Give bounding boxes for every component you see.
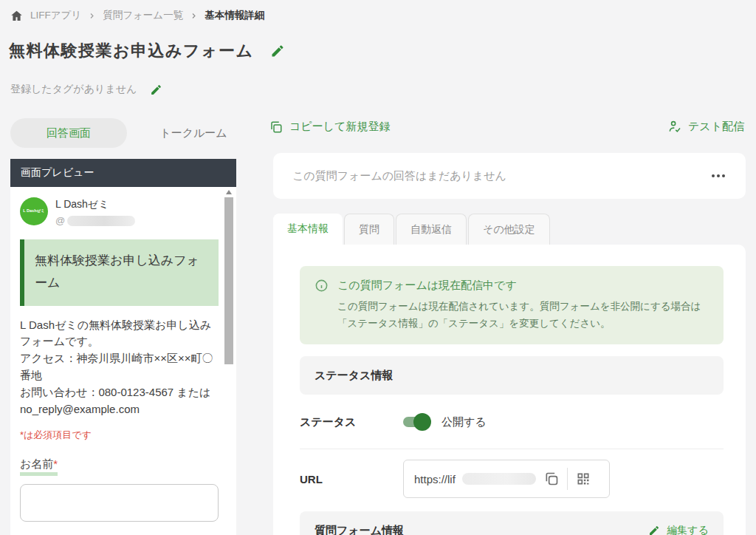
handle-redacted-blur	[67, 216, 135, 226]
copy-url-icon[interactable]	[543, 470, 560, 488]
url-redacted-blur	[462, 473, 536, 485]
chevron-right-icon	[190, 12, 197, 20]
form-info-section-header: 質問フォーム情報 編集する	[300, 511, 724, 535]
required-asterisk: *	[53, 457, 58, 470]
edit-label: 編集する	[667, 524, 709, 535]
view-tabs: 回答画面 トークルーム	[10, 118, 238, 148]
tab-talk-room[interactable]: トークルーム	[149, 126, 238, 140]
title-row: 無料体験授業お申込みフォーム	[9, 40, 285, 62]
scrollbar-up-arrow-icon[interactable]	[226, 190, 232, 194]
banner-body: この質問フォームは現在配信されています。質問フォームを非公開にする場合は「ステー…	[337, 299, 709, 332]
chevron-right-icon	[89, 12, 95, 20]
page: LIFFアプリ 質問フォーム一覧 基本情報詳細 無料体験授業お申込みフォーム 登…	[0, 0, 756, 535]
copy-new-label: コピーして新規登録	[289, 120, 390, 134]
status-toggle[interactable]	[403, 417, 428, 427]
account-handle: @	[55, 215, 135, 226]
screen-preview-panel: 画面プレビュー L Dashゼミ L Dashゼミ @ 無料体験授業お申し込みフ…	[10, 159, 236, 535]
answers-empty-card: この質問フォームの回答はまだありません	[273, 153, 746, 199]
preview-field-name: お名前*	[20, 457, 219, 522]
toggle-knob[interactable]	[413, 413, 431, 431]
test-send-label: テスト配信	[688, 120, 744, 134]
description-line: お問い合わせ：080-0123-4567 または no_reply@exampl…	[20, 384, 219, 418]
tag-row: 登録したタグがありません	[10, 83, 162, 96]
test-send-button[interactable]: テスト配信	[668, 120, 744, 134]
status-value: 公開する	[441, 415, 487, 429]
account-meta: L Dashゼミ @	[55, 197, 135, 226]
name-input[interactable]	[20, 484, 219, 522]
banner-text-block: この質問フォームは現在配信中です この質問フォームは現在配信されています。質問フ…	[337, 278, 709, 332]
tab-answer-screen[interactable]: 回答画面	[10, 118, 127, 148]
divider	[300, 449, 724, 449]
edit-title-pencil-icon[interactable]	[270, 44, 285, 58]
divider	[567, 468, 568, 490]
status-section-header: ステータス情報	[300, 356, 724, 395]
account-avatar: L Dashゼミ	[20, 197, 48, 225]
description-line: アクセス：神奈川県川崎市××区××町〇番地	[20, 350, 219, 384]
tag-empty-text: 登録したタグがありません	[10, 83, 137, 96]
handle-at-prefix: @	[55, 215, 65, 226]
preview-description: L Dashゼミの無料体験授業お申し込みフォームです。 アクセス：神奈川県川崎市…	[20, 317, 219, 419]
page-title: 無料体験授業お申込みフォーム	[9, 40, 254, 62]
url-row: URL https://lif	[300, 460, 724, 498]
line-account-row: L Dashゼミ L Dashゼミ @	[20, 197, 219, 226]
tab-questions[interactable]: 質問	[344, 214, 394, 245]
breadcrumb-item-liff-apps[interactable]: LIFFアプリ	[30, 9, 81, 22]
copy-new-registration-button[interactable]: コピーして新規登録	[269, 120, 390, 134]
scrollbar-thumb[interactable]	[224, 197, 233, 364]
tab-basic-info[interactable]: 基本情報	[273, 214, 343, 245]
basic-info-content-card: この質問フォームは現在配信中です この質問フォームは現在配信されています。質問フ…	[273, 245, 746, 535]
copy-icon	[269, 120, 283, 134]
tab-auto-reply[interactable]: 自動返信	[396, 214, 467, 245]
url-label: URL	[300, 473, 403, 485]
preview-panel-body: L Dashゼミ L Dashゼミ @ 無料体験授業お申し込みフォーム L Da…	[10, 187, 236, 535]
form-info-section-title: 質問フォーム情報	[315, 524, 404, 535]
banner-title: この質問フォームは現在配信中です	[337, 279, 709, 293]
preview-panel-header: 画面プレビュー	[10, 159, 236, 187]
field-label-name: お名前*	[20, 457, 58, 476]
account-name: L Dashゼミ	[55, 198, 135, 211]
detail-tabs: 基本情報 質問 自動返信 その他設定	[273, 214, 550, 245]
ellipsis-menu-icon[interactable]	[710, 170, 726, 182]
breadcrumb: LIFFアプリ 質問フォーム一覧 基本情報詳細	[10, 9, 264, 22]
breadcrumb-item-current: 基本情報詳細	[205, 9, 264, 22]
home-icon[interactable]	[10, 10, 23, 22]
preview-scrollbar[interactable]	[224, 188, 234, 532]
description-line: L Dashゼミの無料体験授業お申し込みフォームです。	[20, 317, 219, 351]
url-field[interactable]: https://lif	[403, 460, 610, 498]
status-section-title: ステータス情報	[315, 369, 393, 383]
preview-form-title: 無料体験授業お申し込みフォーム	[20, 239, 219, 306]
required-note: *は必須項目です	[20, 429, 219, 442]
breadcrumb-item-form-list[interactable]: 質問フォーム一覧	[103, 9, 183, 22]
pencil-icon	[648, 525, 660, 535]
person-check-icon	[668, 120, 682, 134]
publishing-info-banner: この質問フォームは現在配信中です この質問フォームは現在配信されています。質問フ…	[300, 266, 724, 344]
url-visible-text: https://lif	[414, 473, 456, 485]
qr-code-icon[interactable]	[574, 470, 592, 488]
status-row: ステータス 公開する	[300, 412, 724, 432]
edit-tags-pencil-icon[interactable]	[150, 84, 162, 96]
status-label: ステータス	[300, 415, 403, 429]
answers-empty-text: この質問フォームの回答はまだありません	[292, 169, 710, 183]
info-icon	[315, 279, 329, 332]
edit-form-info-button[interactable]: 編集する	[648, 524, 709, 535]
tab-other-settings[interactable]: その他設定	[468, 214, 550, 245]
